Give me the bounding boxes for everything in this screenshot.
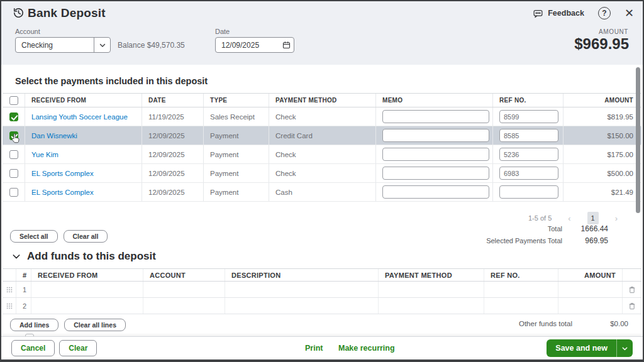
close-icon[interactable]: ✕ [625,8,634,19]
col-ref-no: REF NO. [493,94,564,107]
amount-cell[interactable] [558,298,623,314]
col-amount: AMOUNT [564,94,641,107]
account-cell[interactable] [143,282,225,297]
trash-icon[interactable] [623,282,641,297]
description-cell[interactable] [225,282,379,297]
memo-input[interactable] [382,129,489,142]
received-from-cell[interactable] [31,298,143,314]
add-funds-section-title: Add funds to this deposit [27,250,156,263]
pagination-range: 1-5 of 5 [528,214,552,222]
pagination-next-icon[interactable]: › [615,214,618,223]
pagination: 1-5 of 5 ‹ 1 › [528,212,618,224]
payment-method-cell[interactable] [379,282,484,297]
customer-link[interactable]: EL Sports Complex [31,170,94,177]
selected-payments-total-value: 969.95 [585,236,608,245]
add-funds-table: # RECEIVED FROM ACCOUNT DESCRIPTION PAYM… [3,268,641,314]
line-number: 2 [16,298,31,314]
drag-handle-icon[interactable] [6,303,13,309]
chevron-down-icon [94,38,110,52]
scrollbar-thumb[interactable] [636,67,640,213]
col-description: DESCRIPTION [225,269,379,281]
header: Bank Deposit Feedback ? ✕ Account [1,1,643,65]
history-icon[interactable] [13,7,25,19]
total-label: Total [548,225,562,233]
payments-table-header: RECEIVED FROM DATE TYPE PAYMENT METHOD M… [3,93,641,107]
select-all-checkbox[interactable] [9,96,18,105]
col-ref-no: REF NO. [484,269,558,281]
date-label: Date [215,28,230,35]
page-title: Bank Deposit [28,6,106,20]
trash-icon[interactable] [623,298,641,314]
ref-no-input[interactable] [499,129,558,142]
make-recurring-link[interactable]: Make recurring [338,344,395,353]
account-select-value: Checking [16,41,94,50]
clear-button[interactable]: Clear [59,340,97,356]
customer-link[interactable]: EL Sports Complex [31,189,94,196]
ref-no-input[interactable] [499,167,558,180]
ref-no-input[interactable] [499,185,558,199]
payment-method-cell[interactable] [379,298,484,314]
payment-row: Lansing Youth Soccer League 11/19/2025 S… [3,107,641,126]
amount-cell[interactable] [558,282,623,297]
memo-input[interactable] [382,148,489,161]
select-all-button[interactable]: Select all [10,230,58,243]
selected-payments-total-label: Selected Payments Total [486,237,562,244]
pagination-prev-icon[interactable]: ‹ [568,214,570,223]
add-funds-row[interactable]: 1 [3,282,641,298]
save-options-chevron-icon[interactable] [616,339,633,357]
ref-no-cell[interactable] [484,298,558,314]
add-lines-button[interactable]: Add lines [10,319,58,331]
footer-bar: Cancel Clear Print Make recurring Save a… [1,336,643,359]
row-checkbox[interactable] [9,150,18,159]
memo-input[interactable] [382,185,489,199]
payment-row: EL Sports Complex 12/09/2025 Payment Cas… [3,183,641,202]
save-and-new-label: Save and new [547,344,616,353]
customer-link[interactable]: Dan Wisnewki [31,132,77,140]
customer-link[interactable]: Yue Kim [31,151,58,158]
row-checkbox[interactable] [9,188,18,197]
print-link[interactable]: Print [305,344,323,353]
row-checkbox[interactable] [9,169,18,178]
col-received-from: RECEIVED FROM [25,94,142,107]
col-type: TYPE [204,94,269,107]
customer-link[interactable]: Lansing Youth Soccer League [31,113,128,121]
feedback-icon [533,8,543,19]
account-cell[interactable] [143,298,225,314]
save-and-new-button[interactable]: Save and new [547,339,633,357]
description-cell[interactable] [225,298,379,314]
payments-table: RECEIVED FROM DATE TYPE PAYMENT METHOD M… [3,93,641,202]
feedback-button[interactable]: Feedback [533,8,584,19]
clear-all-lines-button[interactable]: Clear all lines [64,319,126,331]
received-from-cell[interactable] [31,282,143,297]
row-checkbox[interactable] [9,112,18,121]
account-label: Account [15,28,40,35]
cancel-button[interactable]: Cancel [11,340,55,356]
ref-no-cell[interactable] [484,282,558,297]
help-icon[interactable]: ? [598,7,611,19]
drag-handle-icon[interactable] [6,287,13,293]
ref-no-input[interactable] [499,110,558,123]
section-collapse-chevron-icon[interactable] [11,251,21,261]
date-input[interactable]: 12/09/2025 [215,37,294,53]
feedback-label: Feedback [548,9,584,18]
col-received-from: RECEIVED FROM [31,269,143,281]
calendar-icon[interactable] [279,40,294,50]
account-balance: Balance $49,570.35 [118,41,185,50]
col-account: ACCOUNT [143,269,225,281]
line-number: 1 [16,282,31,297]
account-select[interactable]: Checking [15,37,111,53]
add-funds-table-header: # RECEIVED FROM ACCOUNT DESCRIPTION PAYM… [3,268,641,282]
payment-row-selected: Dan Wisnewki 12/09/2025 Payment Credit C… [3,126,641,145]
date-value: 12/09/2025 [216,41,279,50]
add-funds-row[interactable]: 2 [3,298,641,314]
pagination-page[interactable]: 1 [587,212,599,224]
payments-section-title: Select the payments included in this dep… [15,76,208,86]
amount-label: AMOUNT [599,28,628,35]
clear-all-button[interactable]: Clear all [64,230,108,243]
col-line-number: # [16,269,31,281]
bank-deposit-modal: Bank Deposit Feedback ? ✕ Account [0,0,644,362]
memo-input[interactable] [382,167,489,180]
memo-input[interactable] [382,110,489,123]
ref-no-input[interactable] [499,148,558,161]
total-value: 1666.44 [581,224,608,233]
